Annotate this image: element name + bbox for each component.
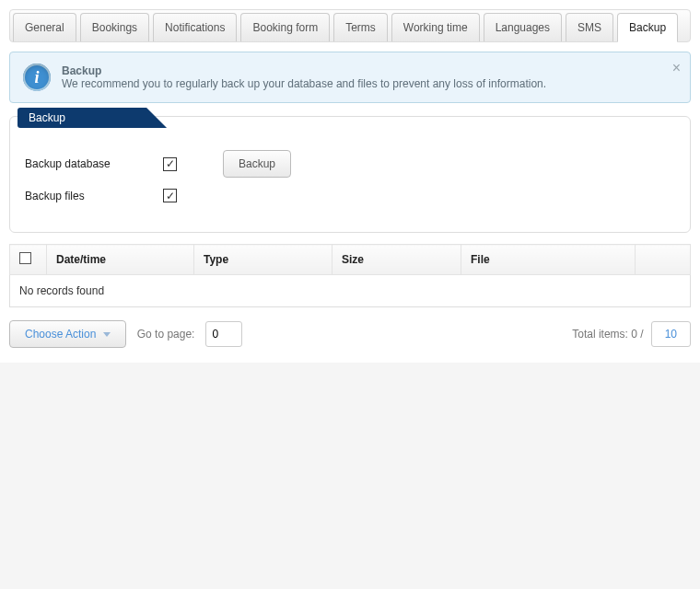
column-file[interactable]: File xyxy=(461,245,636,275)
alert-message: We recommend you to regularly back up yo… xyxy=(62,77,546,90)
tab-general[interactable]: General xyxy=(13,13,76,41)
backup-database-checkbox[interactable] xyxy=(163,157,177,171)
column-select xyxy=(10,245,47,275)
backup-panel: Backup Backup database Backup Backup fil… xyxy=(9,116,691,233)
choose-action-label: Choose Action xyxy=(25,328,96,341)
tab-notifications[interactable]: Notifications xyxy=(153,13,237,41)
tab-bookings[interactable]: Bookings xyxy=(80,13,149,41)
tab-working-time[interactable]: Working time xyxy=(391,13,480,41)
backup-table: Date/time Type Size File No records foun… xyxy=(9,244,691,307)
tab-backup[interactable]: Backup xyxy=(617,13,678,42)
chevron-down-icon xyxy=(103,332,111,337)
info-alert: i Backup We recommend you to regularly b… xyxy=(9,52,691,103)
column-datetime[interactable]: Date/time xyxy=(47,245,194,275)
close-icon[interactable]: × xyxy=(672,60,681,76)
backup-button[interactable]: Backup xyxy=(223,150,291,178)
backup-files-label: Backup files xyxy=(25,190,163,202)
column-type[interactable]: Type xyxy=(194,245,332,275)
choose-action-button[interactable]: Choose Action xyxy=(9,320,126,348)
tab-booking-form[interactable]: Booking form xyxy=(240,13,330,41)
info-icon: i xyxy=(23,64,51,91)
select-all-checkbox[interactable] xyxy=(19,252,31,264)
column-size[interactable]: Size xyxy=(332,245,461,275)
tabs-bar: General Bookings Notifications Booking f… xyxy=(9,9,691,42)
goto-page-input[interactable] xyxy=(205,321,242,347)
total-items-label: Total items: 0 / xyxy=(572,328,643,341)
backup-database-label: Backup database xyxy=(25,157,163,170)
panel-title: Backup xyxy=(18,108,167,128)
empty-row: No records found xyxy=(10,275,691,307)
tab-languages[interactable]: Languages xyxy=(484,13,562,41)
tab-terms[interactable]: Terms xyxy=(333,13,388,41)
goto-page-label: Go to page: xyxy=(137,328,195,341)
backup-files-checkbox[interactable] xyxy=(163,189,177,202)
table-footer: Choose Action Go to page: Total items: 0… xyxy=(9,320,691,348)
alert-title: Backup xyxy=(62,64,546,77)
column-actions xyxy=(636,245,691,275)
tab-sms[interactable]: SMS xyxy=(566,13,613,41)
per-page-button[interactable]: 10 xyxy=(651,321,691,347)
